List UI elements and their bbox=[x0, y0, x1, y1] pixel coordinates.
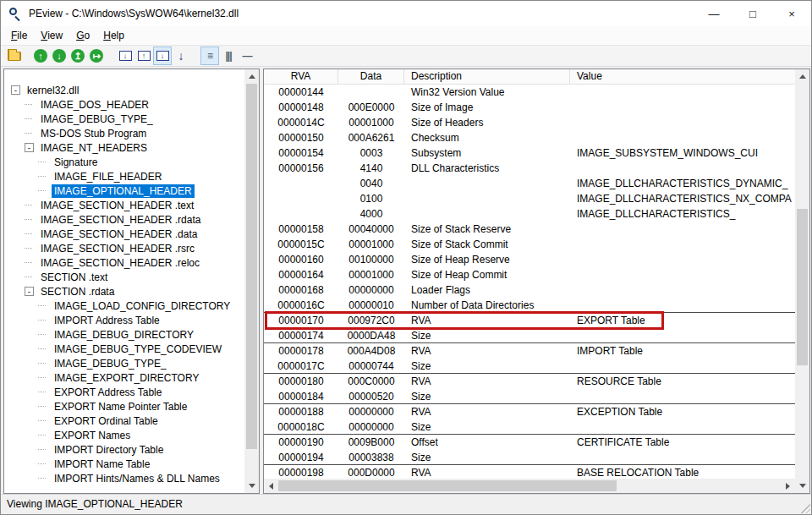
table-row[interactable]: 0000016800000000Loader Flags bbox=[264, 282, 795, 298]
table-row[interactable]: 000001740000DA48Size bbox=[264, 328, 795, 343]
nav-next-button[interactable]: ↦ bbox=[87, 47, 106, 65]
table-row[interactable]: 000001900009B000OffsetCERTIFICATE Table bbox=[264, 435, 795, 450]
menu-go[interactable]: Go bbox=[69, 26, 96, 45]
table-row[interactable]: 00000198000D0000RVABASE RELOCATION Table bbox=[264, 465, 795, 479]
tree-item-image-nt-headers[interactable]: -IMAGE_NT_HEADERS bbox=[4, 140, 244, 155]
table-row[interactable]: 0000018C00000000Size bbox=[264, 419, 795, 435]
table-row[interactable]: 00000150000A6261Checksum bbox=[264, 130, 795, 145]
scroll-down-arrow[interactable] bbox=[244, 479, 259, 493]
tree-item-section-rdata[interactable]: -SECTION .rdata bbox=[4, 284, 244, 299]
goto-ref-up-button[interactable]: ↑ bbox=[134, 47, 153, 65]
tree-item-image-debug-type[interactable]: IMAGE_DEBUG_TYPE_ bbox=[4, 356, 244, 370]
tree-item-image-debug-directory[interactable]: IMAGE_DEBUG_DIRECTORY bbox=[4, 327, 244, 342]
tree-item-image-dos-header[interactable]: IMAGE_DOS_HEADER bbox=[4, 97, 244, 112]
table-row[interactable]: 0000016C00000010Number of Data Directori… bbox=[264, 298, 795, 313]
scroll-right-arrow[interactable] bbox=[781, 479, 795, 493]
open-file-button[interactable] bbox=[8, 52, 21, 61]
nav-first-button[interactable]: ↥ bbox=[69, 47, 87, 65]
tree-expander-icon[interactable]: - bbox=[11, 85, 20, 95]
goto-data-button[interactable]: ↓ bbox=[153, 47, 172, 65]
scroll-up-arrow[interactable] bbox=[244, 69, 259, 84]
tree-item-import-hints-names-dll-names[interactable]: IMPORT Hints/Names & DLL Names bbox=[4, 471, 244, 485]
column-header-rva[interactable]: RVA bbox=[264, 69, 338, 84]
resize-grip[interactable] bbox=[798, 501, 810, 513]
tree-item-import-name-table[interactable]: IMPORT Name Table bbox=[4, 457, 244, 471]
tree-item-import-address-table[interactable]: IMPORT Address Table bbox=[4, 313, 244, 327]
scroll-left-arrow[interactable] bbox=[264, 479, 278, 493]
table-row[interactable]: 000001564140DLL Characteristics bbox=[264, 161, 795, 176]
maximize-button[interactable]: □ bbox=[733, 1, 772, 26]
details-vertical-scrollbar[interactable] bbox=[795, 69, 809, 493]
menu-help[interactable]: Help bbox=[96, 26, 131, 45]
column-header-data[interactable]: Data bbox=[338, 69, 404, 84]
view-compact-button[interactable]: — bbox=[238, 47, 256, 65]
tree-item-image-export-directory[interactable]: IMAGE_EXPORT_DIRECTORY bbox=[4, 370, 244, 385]
table-row[interactable]: 00000178000A4D08RVAIMPORT Table bbox=[264, 343, 795, 359]
view-list-button[interactable]: ≡ bbox=[200, 47, 219, 65]
table-row[interactable]: 00000170000972C0RVAEXPORT Table bbox=[264, 313, 795, 328]
tree-item-export-name-pointer-table[interactable]: EXPORT Name Pointer Table bbox=[4, 399, 244, 414]
scroll-thumb[interactable] bbox=[797, 209, 808, 365]
tree-item-section-text[interactable]: SECTION .text bbox=[4, 270, 244, 284]
table-row[interactable]: 00000180000C0000RVARESOURCE Table bbox=[264, 374, 795, 389]
tree-item-export-ordinal-table[interactable]: EXPORT Ordinal Table bbox=[4, 414, 244, 428]
tree-item-kernel32-dll[interactable]: -kernel32.dll bbox=[4, 83, 244, 97]
tree-item-image-section-header-text[interactable]: IMAGE_SECTION_HEADER .text bbox=[4, 198, 244, 212]
tree-item-image-section-header-rdata[interactable]: IMAGE_SECTION_HEADER .rdata bbox=[4, 212, 244, 227]
tree-expander-icon[interactable]: - bbox=[25, 287, 34, 296]
scroll-thumb[interactable] bbox=[246, 84, 257, 449]
menu-file[interactable]: File bbox=[4, 26, 34, 45]
nav-up-button[interactable]: ↑ bbox=[31, 47, 50, 65]
table-row[interactable]: 4000IMAGE_DLLCHARACTERISTICS_ bbox=[264, 206, 795, 222]
table-row[interactable]: 0000016000100000Size of Heap Reserve bbox=[264, 252, 795, 267]
table-row[interactable]: 0040IMAGE_DLLCHARACTERISTICS_DYNAMIC_ bbox=[264, 176, 795, 191]
table-row[interactable]: 0000017C00000744Size bbox=[264, 359, 795, 374]
scroll-up-arrow[interactable] bbox=[795, 69, 809, 84]
cell-desc: Size bbox=[404, 389, 570, 404]
view-columns-button[interactable]: ||| bbox=[219, 47, 238, 65]
tree-expander-icon[interactable]: - bbox=[25, 143, 34, 152]
table-row[interactable]: 00000148000E0000Size of Image bbox=[264, 100, 795, 115]
table-row[interactable]: 0000016400001000Size of Heap Commit bbox=[264, 267, 795, 282]
follow-down-button[interactable]: ↓ bbox=[172, 47, 190, 65]
table-row[interactable]: 0000018400000520Size bbox=[264, 389, 795, 404]
minimize-button[interactable]: — bbox=[694, 1, 733, 26]
table-row[interactable]: 000001540003SubsystemIMAGE_SUBSYSTEM_WIN… bbox=[264, 145, 795, 161]
tree-item-image-section-header-rsrc[interactable]: IMAGE_SECTION_HEADER .rsrc bbox=[4, 241, 244, 255]
cell-value bbox=[570, 161, 795, 176]
table-row[interactable]: 0000014C00001000Size of Headers bbox=[264, 115, 795, 130]
table-row[interactable]: 0000015800040000Size of Stack Reserve bbox=[264, 222, 795, 237]
scroll-thumb[interactable] bbox=[278, 480, 617, 491]
details-horizontal-scrollbar[interactable] bbox=[264, 479, 795, 493]
tree-item-image-file-header[interactable]: IMAGE_FILE_HEADER bbox=[4, 169, 244, 184]
tree-item-export-names[interactable]: EXPORT Names bbox=[4, 428, 244, 442]
scroll-down-arrow[interactable] bbox=[795, 479, 809, 493]
table-row[interactable]: 0000019400003838Size bbox=[264, 450, 795, 465]
tree-item-label: IMAGE_EXPORT_DIRECTORY bbox=[52, 371, 201, 385]
goto-ref-down-button[interactable]: ↓ bbox=[116, 47, 134, 65]
close-button[interactable]: × bbox=[772, 1, 811, 26]
table-row[interactable]: 0000018800000000RVAEXCEPTION Table bbox=[264, 404, 795, 419]
tree-item-image-section-header-reloc[interactable]: IMAGE_SECTION_HEADER .reloc bbox=[4, 255, 244, 270]
table-row[interactable]: 00000144Win32 Version Value bbox=[264, 85, 795, 100]
tree-item-image-debug-type-codeview[interactable]: IMAGE_DEBUG_TYPE_CODEVIEW bbox=[4, 342, 244, 356]
menu-view[interactable]: View bbox=[34, 26, 69, 45]
nav-down-button[interactable]: ↓ bbox=[50, 47, 69, 65]
peview-window: PEview - C:\Windows\SysWOW64\kernel32.dl… bbox=[0, 0, 812, 515]
cell-desc: Size bbox=[404, 359, 570, 374]
table-row[interactable]: 0000015C00001000Size of Stack Commit bbox=[264, 237, 795, 252]
tree-scrollbar[interactable] bbox=[244, 69, 259, 493]
tree-item-image-section-header-data[interactable]: IMAGE_SECTION_HEADER .data bbox=[4, 227, 244, 241]
column-header-value[interactable]: Value bbox=[570, 69, 795, 84]
tree-item-import-directory-table[interactable]: IMPORT Directory Table bbox=[4, 442, 244, 457]
tree-item-image-optional-header[interactable]: IMAGE_OPTIONAL_HEADER bbox=[4, 184, 244, 198]
cell-data: 000A6261 bbox=[338, 130, 404, 145]
tree-item-signature[interactable]: Signature bbox=[4, 155, 244, 169]
table-row[interactable]: 0100IMAGE_DLLCHARACTERISTICS_NX_COMPA bbox=[264, 191, 795, 206]
tree-item-label: IMAGE_NT_HEADERS bbox=[38, 141, 150, 155]
tree-item-export-address-table[interactable]: EXPORT Address Table bbox=[4, 385, 244, 399]
tree-item-ms-dos-stub-program[interactable]: MS-DOS Stub Program bbox=[4, 126, 244, 140]
tree-item-image-load-config-directory[interactable]: IMAGE_LOAD_CONFIG_DIRECTORY bbox=[4, 299, 244, 313]
tree-item-image-debug-type[interactable]: IMAGE_DEBUG_TYPE_ bbox=[4, 112, 244, 126]
column-header-description[interactable]: Description bbox=[404, 69, 570, 84]
